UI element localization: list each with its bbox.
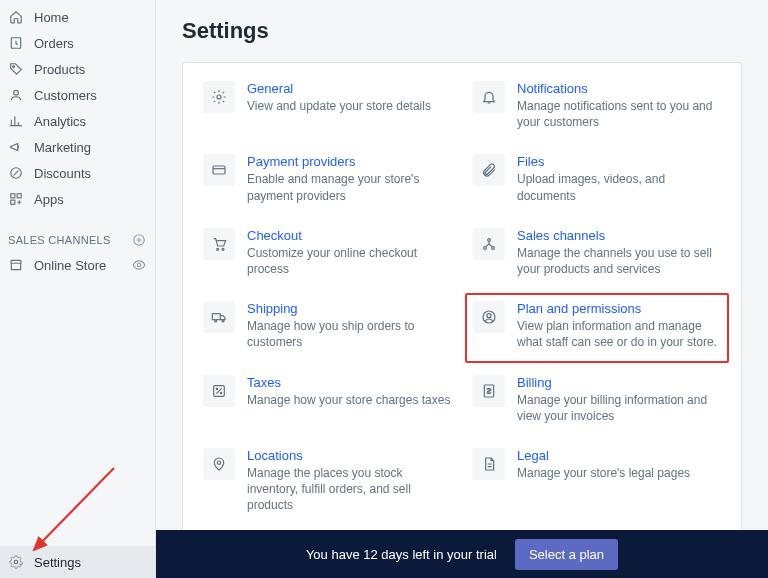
sales-channels-header-text: SALES CHANNELS [8,234,111,246]
tile-title: Files [517,154,721,169]
tile-billing[interactable]: Billing Manage your billing information … [473,375,721,424]
tile-taxes[interactable]: Taxes Manage how your store charges taxe… [203,375,451,424]
nav-label: Apps [34,192,147,207]
main: Settings General View and update your st… [156,0,768,530]
sales-channels-header: SALES CHANNELS [0,226,155,252]
tile-title: Sales channels [517,228,721,243]
pin-icon [203,448,235,480]
tile-body: Locations Manage the places you stock in… [247,448,451,514]
tile-desc: Manage how your store charges taxes [247,392,451,408]
tile-desc: Manage your store's legal pages [517,465,721,481]
tile-body: General View and update your store detai… [247,81,451,114]
nav-label: Customers [34,88,147,103]
svg-point-16 [488,238,491,241]
nav-label: Products [34,62,147,77]
svg-rect-4 [11,194,15,198]
nav-products[interactable]: Products [0,56,155,82]
discount-icon [8,165,24,181]
tile-plan-permissions[interactable]: Plan and permissions View plan informati… [473,301,721,350]
truck-icon [203,301,235,333]
svg-point-14 [484,246,487,249]
highlight-plan-permissions: Plan and permissions View plan informati… [465,293,729,362]
select-plan-button[interactable]: Select a plan [515,539,618,570]
tile-body: Shipping Manage how you ship orders to c… [247,301,451,350]
trial-message: You have 12 days left in your trial [306,547,497,562]
settings-grid: General View and update your store detai… [203,81,721,513]
tile-locations[interactable]: Locations Manage the places you stock in… [203,448,451,514]
tile-desc: Manage the places you stock inventory, f… [247,465,451,514]
nav-apps[interactable]: Apps [0,186,155,212]
tile-desc: Enable and manage your store's payment p… [247,171,451,203]
svg-point-23 [216,388,217,389]
sidebar-settings[interactable]: Settings [0,546,155,578]
analytics-icon [8,113,24,129]
tile-body: Plan and permissions View plan informati… [517,301,721,350]
tile-body: Billing Manage your billing information … [517,375,721,424]
nav-orders[interactable]: Orders [0,30,155,56]
tile-body: Payment providers Enable and manage your… [247,154,451,203]
tile-body: Sales channels Manage the channels you u… [517,228,721,277]
tile-sales-channels[interactable]: Sales channels Manage the channels you u… [473,228,721,277]
tile-title: Billing [517,375,721,390]
megaphone-icon [8,139,24,155]
sidebar: Home Orders Products Customers Analytics… [0,0,156,578]
svg-point-8 [137,263,141,267]
tile-title: Plan and permissions [517,301,721,316]
svg-point-21 [487,314,491,318]
nav-analytics[interactable]: Analytics [0,108,155,134]
user-icon [8,87,24,103]
nav-label: Discounts [34,166,147,181]
store-icon [8,257,24,273]
tile-files[interactable]: Files Upload images, videos, and documen… [473,154,721,203]
svg-rect-11 [213,166,225,174]
channel-label: Online Store [34,258,131,273]
add-channel-icon[interactable] [131,232,147,248]
nav-label: Marketing [34,140,147,155]
tile-body: Notifications Manage notifications sent … [517,81,721,130]
document-icon [473,448,505,480]
svg-point-2 [14,90,19,95]
tile-title: Checkout [247,228,451,243]
tile-title: Shipping [247,301,451,316]
svg-point-12 [217,248,219,250]
tile-shipping[interactable]: Shipping Manage how you ship orders to c… [203,301,451,350]
trial-bar: You have 12 days left in your trial Sele… [156,530,768,578]
user-circle-icon [473,301,505,333]
nav-discounts[interactable]: Discounts [0,160,155,186]
tile-notifications[interactable]: Notifications Manage notifications sent … [473,81,721,130]
home-icon [8,9,24,25]
tile-desc: View and update your store details [247,98,451,114]
gear-icon [203,81,235,113]
nav-marketing[interactable]: Marketing [0,134,155,160]
tile-body: Checkout Customize your online checkout … [247,228,451,277]
tile-general[interactable]: General View and update your store detai… [203,81,451,130]
page-title: Settings [182,18,742,44]
tile-body: Files Upload images, videos, and documen… [517,154,721,203]
apps-icon [8,191,24,207]
svg-rect-17 [212,314,220,320]
nav-label: Orders [34,36,147,51]
tile-legal[interactable]: Legal Manage your store's legal pages [473,448,721,514]
tile-title: Taxes [247,375,451,390]
svg-point-10 [217,95,221,99]
tile-title: General [247,81,451,96]
tile-title: Notifications [517,81,721,96]
tile-payment-providers[interactable]: Payment providers Enable and manage your… [203,154,451,203]
channel-online-store[interactable]: Online Store [0,252,155,278]
svg-point-1 [13,66,15,68]
nav-list: Home Orders Products Customers Analytics… [0,0,155,212]
svg-point-26 [217,461,220,464]
paperclip-icon [473,154,505,186]
svg-point-19 [222,320,224,322]
tile-desc: Manage how you ship orders to customers [247,318,451,350]
settings-card: General View and update your store detai… [182,62,742,530]
tile-checkout[interactable]: Checkout Customize your online checkout … [203,228,451,277]
orders-icon [8,35,24,51]
eye-icon[interactable] [131,257,147,273]
tile-desc: Manage the channels you use to sell your… [517,245,721,277]
svg-rect-5 [17,194,21,198]
nav-home[interactable]: Home [0,4,155,30]
settings-label: Settings [34,555,81,570]
svg-rect-6 [11,200,15,204]
nav-customers[interactable]: Customers [0,82,155,108]
